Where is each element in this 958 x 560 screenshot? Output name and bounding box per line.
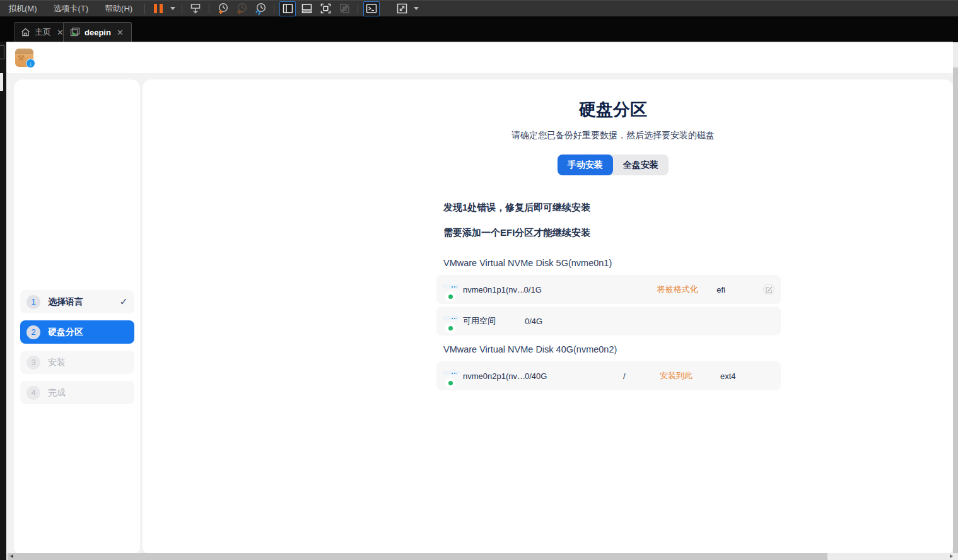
toolbar-separator — [182, 4, 182, 14]
partition-row-freespace[interactable]: 可用空间 0/4G — [436, 306, 781, 335]
step-number: 3 — [26, 356, 40, 370]
toolbar-separator — [209, 4, 209, 14]
left-edge-fragment — [0, 45, 4, 59]
scroll-right-arrow-icon[interactable] — [950, 554, 953, 558]
manage-snapshots-button[interactable] — [252, 1, 269, 16]
window-left-edge — [0, 42, 6, 560]
horizontal-scrollbar[interactable] — [6, 553, 958, 560]
fullscreen-icon — [396, 3, 408, 15]
pause-vm-button[interactable] — [150, 1, 166, 16]
console-view-button[interactable] — [363, 1, 380, 16]
edit-pencil-icon — [766, 286, 773, 293]
show-library-button[interactable] — [279, 1, 296, 16]
step-label: 选择语言 — [48, 296, 112, 308]
fit-guest-button[interactable] — [317, 1, 334, 16]
unity-mode-button[interactable] — [336, 1, 353, 16]
menu-help[interactable]: 帮助(H) — [96, 1, 141, 17]
step-label: 完成 — [48, 387, 128, 399]
ctrl-alt-del-icon — [189, 3, 202, 15]
take-snapshot-icon — [216, 2, 230, 15]
partition-size: 0/40G — [525, 371, 571, 381]
partition-size: 0/1G — [524, 285, 570, 295]
step-number: 2 — [26, 325, 40, 339]
filesystem-type: efi — [716, 285, 763, 295]
filesystem-type: ext4 — [720, 371, 768, 381]
vmware-tabbar: 主页 ✕ deepin ✕ — [0, 16, 958, 42]
toolbar-separator — [274, 4, 274, 14]
tab-deepin-close-icon[interactable]: ✕ — [115, 28, 125, 37]
partition-name: nvme0n1p1(nv… — [460, 285, 524, 295]
install-mode-toggle: 手动安装 全盘安装 — [558, 155, 669, 175]
console-icon — [365, 3, 378, 15]
home-icon — [21, 28, 30, 37]
tab-deepin-label: deepin — [85, 28, 111, 37]
thumbnail-bar-icon — [301, 3, 313, 15]
installer-sidebar: 1 选择语言 ✓ 2 硬盘分区 3 安装 4 完成 — [14, 79, 140, 554]
partition-row-nvme0n1p1[interactable]: nvme0n1p1(nv… 0/1G 将被格式化 efi — [436, 275, 781, 304]
partition-name: nvme0n2p1(nv… — [460, 371, 525, 381]
installer-main-panel: 硬盘分区 请确定您已备份好重要数据，然后选择要安装的磁盘 手动安装 全盘安装 发… — [143, 79, 953, 554]
tab-home-label: 主页 — [35, 26, 51, 38]
pause-icon — [154, 4, 163, 13]
step-install: 3 安装 — [20, 351, 134, 374]
vm-screen-icon — [70, 27, 80, 37]
error-summary: 发现1处错误，修复后即可继续安装 — [443, 202, 590, 214]
toolbar-separator — [358, 4, 358, 14]
manage-snapshots-icon — [254, 2, 267, 15]
vmware-menubar: 拟机(M) 选项卡(T) 帮助(H) — [0, 0, 958, 16]
step-number: 4 — [26, 386, 40, 400]
tab-deepin[interactable]: deepin ✕ — [63, 22, 132, 42]
partition-status: 将被格式化 — [657, 284, 717, 295]
vm-console: ↓ 1 选择语言 ✓ 2 硬盘分区 3 安装 4 完成 硬盘分区 请确定您已备份… — [6, 42, 953, 553]
horizontal-scrollbar-thumb[interactable] — [8, 553, 827, 560]
page-title: 硬盘分区 — [143, 98, 958, 121]
partition-name: 可用空间 — [460, 315, 525, 327]
step-choose-language: 1 选择语言 ✓ — [20, 290, 134, 313]
revert-snapshot-icon — [235, 2, 248, 15]
fullscreen-dropdown-caret[interactable] — [414, 7, 419, 10]
unity-mode-icon — [339, 3, 351, 15]
installer-app-icon: ↓ — [15, 49, 33, 67]
pause-dropdown-caret[interactable] — [170, 7, 175, 10]
menu-tabs[interactable]: 选项卡(T) — [45, 1, 97, 17]
full-disk-install-tab[interactable]: 全盘安装 — [613, 155, 669, 175]
step-disk-partition: 2 硬盘分区 — [20, 320, 134, 344]
installer-titlebar: ↓ — [6, 42, 953, 73]
manual-install-tab[interactable]: 手动安装 — [558, 155, 613, 175]
fullscreen-button[interactable] — [394, 1, 410, 16]
disk-group-title: VMware Virtual NVMe Disk 40G(nvme0n2) — [443, 344, 617, 354]
vertical-scrollbar-thumb[interactable] — [953, 67, 958, 553]
library-panel-icon — [282, 3, 294, 15]
download-badge-icon: ↓ — [26, 59, 35, 68]
step-finish: 4 完成 — [20, 381, 134, 404]
fit-guest-icon — [320, 3, 332, 15]
take-snapshot-button[interactable] — [214, 1, 231, 16]
send-ctrl-alt-del-button[interactable] — [187, 1, 204, 16]
show-thumbnail-bar-button[interactable] — [298, 1, 315, 16]
step-number: 1 — [26, 295, 40, 309]
disk-group-title: VMware Virtual NVMe Disk 5G(nvme0n1) — [443, 258, 612, 268]
mount-point: / — [619, 371, 660, 381]
toolbar-separator — [144, 4, 145, 14]
partition-status: 安装到此 — [660, 370, 720, 382]
check-icon: ✓ — [120, 296, 128, 308]
edit-partition-button[interactable] — [763, 284, 774, 295]
error-detail: 需要添加一个EFI分区才能继续安装 — [443, 227, 590, 239]
partition-size: 0/4G — [525, 317, 571, 326]
step-label: 安装 — [48, 357, 128, 368]
vertical-scrollbar[interactable] — [953, 42, 958, 553]
scroll-left-arrow-icon[interactable] — [10, 554, 13, 558]
revert-snapshot-button[interactable] — [233, 1, 250, 16]
partition-row-nvme0n2p1[interactable]: nvme0n2p1(nv… 0/40G / 安装到此 ext4 — [436, 361, 781, 390]
menu-vm[interactable]: 拟机(M) — [0, 1, 45, 17]
left-edge-fragment — [0, 73, 3, 91]
step-label: 硬盘分区 — [48, 327, 128, 338]
page-subtitle: 请确定您已备份好重要数据，然后选择要安装的磁盘 — [143, 130, 958, 141]
